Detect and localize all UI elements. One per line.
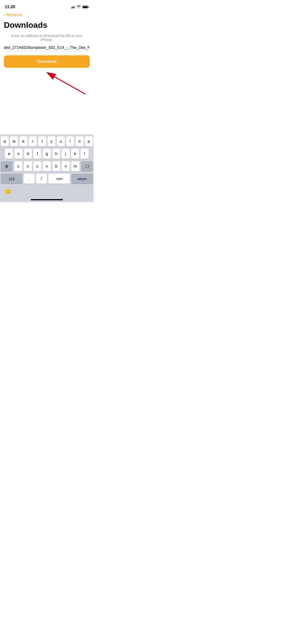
- wifi-icon: [77, 5, 81, 9]
- key-e[interactable]: e: [20, 136, 27, 146]
- key-m[interactable]: m: [71, 161, 79, 171]
- key-delete[interactable]: [81, 161, 93, 171]
- key-p[interactable]: p: [85, 136, 93, 146]
- key-z[interactable]: z: [14, 161, 22, 171]
- key-emoji[interactable]: 🙂: [3, 187, 13, 197]
- status-icons: [71, 5, 89, 9]
- key-t[interactable]: t: [38, 136, 46, 146]
- nav-back-label: Network: [6, 12, 22, 18]
- keyboard-row-4: 123 . / .com return: [1, 174, 93, 184]
- key-period[interactable]: .: [24, 174, 35, 184]
- key-v[interactable]: v: [43, 161, 51, 171]
- download-button[interactable]: Download: [4, 55, 90, 68]
- key-123[interactable]: 123: [1, 174, 22, 184]
- keyboard-row-2: a s d f g h j k l: [1, 149, 93, 159]
- url-input-container: [4, 46, 90, 52]
- key-s[interactable]: s: [14, 149, 22, 159]
- status-bar: 11:20: [0, 0, 94, 10]
- key-q[interactable]: q: [1, 136, 9, 146]
- key-o[interactable]: o: [76, 136, 83, 146]
- page-title: Downloads: [0, 20, 94, 32]
- key-g[interactable]: g: [43, 149, 51, 159]
- key-w[interactable]: w: [10, 136, 18, 146]
- chevron-left-icon: ‹: [4, 12, 5, 18]
- key-dotcom[interactable]: .com: [48, 174, 70, 184]
- key-r[interactable]: r: [29, 136, 37, 146]
- key-i[interactable]: i: [66, 136, 74, 146]
- key-shift[interactable]: [1, 161, 13, 171]
- key-n[interactable]: n: [62, 161, 70, 171]
- keyboard-row-1: q w e r t y u i o p: [1, 136, 93, 146]
- key-l[interactable]: l: [81, 149, 89, 159]
- key-slash[interactable]: /: [36, 174, 47, 184]
- key-j[interactable]: j: [62, 149, 70, 159]
- status-time: 11:20: [5, 4, 15, 9]
- key-return[interactable]: return: [71, 174, 93, 184]
- keyboard: q w e r t y u i o p a s d f g h j k l z …: [0, 134, 94, 202]
- key-k[interactable]: k: [71, 149, 79, 159]
- signal-icon: [71, 6, 75, 8]
- key-a[interactable]: a: [5, 149, 13, 159]
- key-b[interactable]: b: [52, 161, 60, 171]
- arrow-annotation: [4, 68, 90, 96]
- keyboard-row-3: z x c v b n m: [1, 161, 93, 171]
- back-button[interactable]: ‹ Network: [0, 10, 94, 20]
- battery-icon: [82, 6, 89, 8]
- page-subtitle: Enter an address to download the file to…: [0, 32, 94, 46]
- svg-line-1: [47, 72, 85, 94]
- key-h[interactable]: h: [52, 149, 60, 159]
- url-input[interactable]: [4, 46, 90, 50]
- key-y[interactable]: y: [48, 136, 55, 146]
- key-f[interactable]: f: [33, 149, 41, 159]
- home-indicator: [31, 199, 63, 200]
- key-c[interactable]: c: [33, 161, 42, 171]
- key-d[interactable]: d: [24, 149, 32, 159]
- key-u[interactable]: u: [57, 136, 65, 146]
- key-x[interactable]: x: [24, 161, 32, 171]
